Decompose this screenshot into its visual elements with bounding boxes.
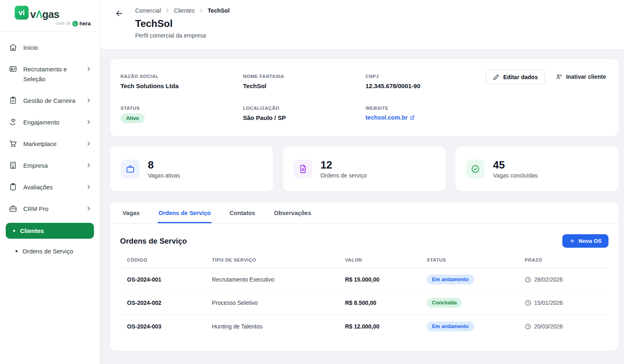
field-nome-fantasia: NOME FANTASIA TechSol — [243, 74, 365, 89]
sidebar-item-inicio[interactable]: Início — [7, 40, 94, 55]
status-badge: Em andamento — [427, 322, 474, 331]
hera-logo-text: hera — [80, 20, 91, 27]
field-label: STATUS — [120, 106, 243, 111]
plus-icon — [569, 238, 575, 244]
breadcrumb-clientes[interactable]: Clientes — [174, 7, 195, 14]
sidebar-item-ordens-de-servico[interactable]: Ordens de Serviço — [7, 244, 94, 258]
breadcrumb-comercial[interactable]: Comercial — [135, 7, 161, 14]
sidebar-item-label: Gestão de Carreira — [23, 96, 80, 106]
detail-tabs-card: Vagas Ordens de Serviço Contatos Observa… — [110, 202, 618, 351]
stat-value: 12 — [321, 159, 367, 171]
orders-section-title: Ordens de Serviço — [120, 237, 187, 246]
order-deadline: 15/01/2026 — [525, 300, 608, 306]
back-button[interactable] — [115, 9, 126, 20]
sidebar-item-crm-pro[interactable]: CRM Pro — [7, 201, 94, 217]
website-link[interactable]: techsol.com.br — [365, 114, 415, 121]
field-status: STATUS Ativo — [120, 106, 243, 123]
stats-row: 8 Vagas ativas 12 Ordens de serviço — [110, 146, 618, 191]
order-type: Hunting de Talentos — [212, 323, 345, 330]
table-row[interactable]: OS-2024-002 Processo Seletivo R$ 8.500,0… — [120, 291, 608, 315]
stat-label: Vagas ativas — [148, 172, 180, 179]
status-badge: Concluída — [427, 298, 462, 308]
pencil-icon — [493, 74, 499, 80]
sidebar-item-avaliacoes[interactable]: Avaliações — [7, 180, 94, 195]
orders-panel: Ordens de Serviço Nova OS CÓDIGO TIPO DE… — [110, 224, 618, 350]
new-os-button[interactable]: Nova OS — [562, 234, 608, 248]
order-type: Processo Seletivo — [212, 300, 345, 306]
stat-value: 8 — [148, 159, 180, 171]
app-window: vi vΛgas com IA hera Início Recrutament — [0, 0, 624, 364]
sidebar-item-label: Engajamento — [23, 118, 80, 127]
sidebar-item-label: CRM Pro — [23, 204, 80, 214]
order-value: R$ 12.000,00 — [345, 323, 427, 330]
order-code: OS-2024-001 — [127, 276, 212, 283]
sidebar-item-label: Avaliações — [23, 182, 80, 192]
sidebar-item-engajamento[interactable]: Engajamento — [7, 115, 94, 130]
chevron-right-icon — [165, 8, 170, 13]
tab-contatos[interactable]: Contatos — [229, 202, 256, 223]
table-row[interactable]: OS-2024-001 Recrutamento Executivo R$ 15… — [120, 268, 608, 291]
field-label: LOCALIZAÇÃO — [243, 106, 365, 111]
sidebar-item-clientes[interactable]: Clientes — [6, 223, 94, 239]
order-code: OS-2024-003 — [127, 323, 212, 330]
home-icon — [9, 43, 17, 51]
field-value: TechSol — [243, 82, 365, 89]
sidebar-nav: Início Recrutamento e Seleção Gestão de … — [0, 32, 100, 258]
logo-vi-square: vi — [15, 6, 29, 20]
table-header-row: CÓDIGO TIPO DE SERVIÇO VALOR STATUS PRAZ… — [120, 257, 608, 268]
hera-logo-icon — [72, 21, 78, 27]
field-cnpj: CNPJ 12.345.678/0001-90 — [365, 74, 482, 89]
column-header: CÓDIGO — [127, 257, 212, 262]
sidebar-item-label: Marketplace — [23, 139, 80, 149]
sidebar-item-gestao-carreira[interactable]: Gestão de Carreira — [7, 93, 94, 109]
edit-data-button[interactable]: Editar dados — [486, 70, 545, 84]
stat-label: Ordens de serviço — [321, 172, 367, 179]
breadcrumb: Comercial Clientes TechSol — [135, 6, 230, 14]
status-badge: Em andamento — [427, 275, 474, 284]
clipboard-check-icon — [9, 96, 17, 104]
chevron-right-icon — [86, 66, 91, 72]
clock-icon — [525, 276, 531, 283]
tab-vagas[interactable]: Vagas — [122, 202, 140, 223]
tab-observacoes[interactable]: Observações — [273, 202, 312, 223]
chevron-right-icon — [86, 119, 91, 125]
sidebar-item-label: Início — [23, 43, 91, 53]
briefcase-icon — [121, 160, 140, 178]
table-row[interactable]: OS-2024-003 Hunting de Talentos R$ 12.00… — [120, 315, 608, 338]
sidebar-item-label: Clientes — [20, 227, 44, 234]
column-header: VALOR — [345, 257, 427, 262]
check-circle-icon — [466, 160, 485, 178]
order-value: R$ 8.500,00 — [345, 300, 427, 306]
order-code: OS-2024-002 — [127, 300, 212, 306]
sidebar-item-label: Ordens de Serviço — [22, 248, 73, 255]
clock-icon — [525, 323, 531, 330]
chevron-right-icon — [86, 141, 91, 146]
field-value: Tech Solutions Ltda — [120, 82, 243, 89]
id-card-icon — [9, 65, 17, 73]
order-value: R$ 15.000,00 — [345, 276, 427, 283]
sidebar: vi vΛgas com IA hera Início Recrutament — [0, 0, 100, 364]
hand-heart-icon — [9, 118, 17, 126]
column-header: PRAZO — [525, 257, 608, 262]
order-deadline: 28/02/2026 — [525, 276, 608, 283]
field-value: São Paulo / SP — [243, 114, 365, 121]
external-link-icon — [410, 115, 415, 120]
sidebar-item-empresa[interactable]: Empresa — [7, 158, 94, 173]
field-value: 12.345.678/0001-90 — [365, 82, 482, 89]
page-title: TechSol — [135, 18, 230, 29]
sidebar-item-recrutamento[interactable]: Recrutamento e Seleção — [7, 62, 94, 87]
sidebar-item-label: Empresa — [23, 161, 80, 171]
chevron-right-icon — [86, 184, 91, 190]
user-x-icon — [556, 73, 562, 80]
tab-ordens-de-servico[interactable]: Ordens de Serviço — [158, 202, 212, 223]
inactivate-client-button[interactable]: Inativar cliente — [555, 70, 607, 84]
sidebar-item-marketplace[interactable]: Marketplace — [7, 136, 94, 152]
stat-value: 45 — [493, 159, 537, 171]
logo[interactable]: vi vΛgas com IA hera — [0, 0, 100, 32]
field-website: WEBSITE techsol.com.br — [365, 106, 482, 123]
chevron-right-icon — [86, 162, 91, 168]
chevron-right-icon — [199, 8, 204, 13]
field-label: RAZÃO SOCIAL — [120, 74, 243, 79]
field-label: CNPJ — [365, 74, 482, 79]
tab-bar: Vagas Ordens de Serviço Contatos Observa… — [110, 202, 618, 224]
